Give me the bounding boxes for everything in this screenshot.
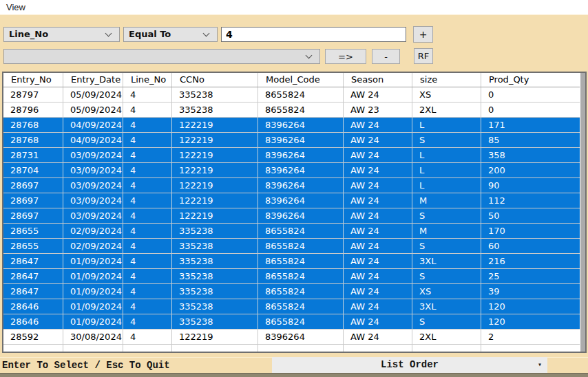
header-cell: Entry_Date [63,73,123,87]
table-cell: 8655824 [258,87,344,102]
empty-cell [344,345,412,352]
header-cell: Line_No [123,73,172,87]
table-cell: 28731 [3,148,63,162]
table-cell: 122219 [172,163,258,177]
table-cell: 8396264 [258,133,344,147]
grid-empty-area [3,345,580,352]
table-row[interactable]: 2859230/08/202441222198396264AW 242XL2 [3,330,580,345]
table-row[interactable]: 2869703/09/202441222198396264AW 24L90 [3,178,580,193]
filter-value-input[interactable] [221,27,406,42]
empty-cell [3,345,63,352]
table-row[interactable]: 2865502/09/202443352388655824AW 24M170 [3,224,580,239]
table-row[interactable]: 2864701/09/202443352388655824AW 24XS39 [3,284,580,299]
table-cell: 4 [123,254,172,268]
table-cell: 122219 [172,133,258,147]
grid-header: Entry_NoEntry_DateLine_NoCCNoModel_CodeS… [3,73,580,87]
field-combobox[interactable]: Line_No [3,27,120,42]
table-cell: 03/09/2024 [63,193,123,208]
table-cell: AW 24 [344,269,412,283]
table-cell: 335238 [172,299,258,314]
table-cell: AW 24 [344,133,412,147]
table-row[interactable]: 2864601/09/202443352388655824AW 243XL120 [3,299,580,314]
table-cell: S [412,314,481,329]
table-row[interactable]: 2865502/09/202443352388655824AW 24S60 [3,239,580,254]
table-row[interactable]: 2879605/09/202443352388655824AW 232XL0 [3,103,580,118]
table-cell: 28647 [3,254,63,268]
table-cell: 171 [481,118,580,132]
table-cell: 01/09/2024 [63,299,123,314]
table-cell: 122219 [172,118,258,132]
table-cell: 28697 [3,208,63,223]
list-order-value: List Order [381,359,439,370]
table-cell: 4 [123,269,172,283]
menu-bar: View [0,0,588,14]
table-cell: 28655 [3,224,63,238]
header-cell: size [412,73,481,87]
status-hint: Enter To Select / Esc To Quit [0,357,272,373]
table-cell: 8396264 [258,148,344,162]
add-filter-button[interactable]: + [413,26,433,43]
table-cell: 122219 [172,178,258,193]
table-cell: 3XL [412,299,481,314]
app-window: View Line_No Equal To + => - RF Entry_No… [0,0,588,377]
table-cell: AW 24 [344,208,412,223]
table-cell: 170 [481,224,580,238]
table-row[interactable]: 2873103/09/202441222198396264AW 24L358 [3,148,580,163]
table-cell: 02/09/2024 [63,239,123,253]
table-cell: 4 [123,208,172,223]
table-cell: 8655824 [258,269,344,283]
menu-item-view[interactable]: View [0,0,32,14]
apply-filter-button[interactable]: => [325,49,366,64]
table-cell: 4 [123,193,172,208]
table-cell: 50 [481,208,580,223]
operator-combobox[interactable]: Equal To [123,27,218,42]
table-cell: AW 24 [344,224,412,238]
table-cell: 03/09/2024 [63,163,123,177]
table-cell: 2 [481,330,580,344]
table-row[interactable]: 2879705/09/202443352388655824AW 24XS0 [3,87,580,103]
table-cell: 4 [123,224,172,238]
table-cell: 01/09/2024 [63,269,123,283]
table-cell: 01/09/2024 [63,314,123,329]
table-cell: 4 [123,148,172,162]
table-cell: 120 [481,314,580,329]
table-cell: 4 [123,87,172,102]
table-cell: 8396264 [258,208,344,223]
table-cell: 4 [123,299,172,314]
table-cell: 122219 [172,208,258,223]
table-row[interactable]: 2876804/09/202441222198396264AW 24S85 [3,133,580,148]
table-cell: 05/09/2024 [63,103,123,117]
table-cell: 3XL [412,254,481,268]
header-cell: Season [344,73,412,87]
table-row[interactable]: 2864701/09/202443352388655824AW 24S25 [3,269,580,284]
table-cell: 8655824 [258,299,344,314]
table-cell: 30/08/2024 [63,330,123,344]
table-cell: 335238 [172,239,258,253]
table-cell: 28592 [3,330,63,344]
table-row[interactable]: 2869703/09/202441222198396264AW 24M112 [3,193,580,208]
remove-filter-button[interactable]: - [372,49,400,64]
table-cell: 28655 [3,239,63,253]
list-order-combobox[interactable]: List Order ▾ [272,357,547,373]
table-cell: XS [412,284,481,299]
rf-button[interactable]: RF [414,48,433,64]
table-cell: 28647 [3,284,63,299]
vertical-scrollbar[interactable] [580,73,585,352]
table-cell: AW 24 [344,87,412,102]
empty-cell [63,345,123,352]
table-cell: 28697 [3,193,63,208]
table-cell: 4 [123,103,172,117]
table-row[interactable]: 2869703/09/202441222198396264AW 24S50 [3,208,580,224]
table-row[interactable]: 2864601/09/202443352388655824AW 24S120 [3,314,580,330]
empty-cell [258,345,344,352]
table-cell: 4 [123,239,172,253]
table-row[interactable]: 2870403/09/202441222198396264AW 24L200 [3,163,580,178]
table-row[interactable]: 2876804/09/202441222198396264AW 24L171 [3,118,580,133]
table-cell: 8396264 [258,118,344,132]
table-cell: 25 [481,269,580,283]
table-cell: 358 [481,148,580,162]
table-cell: AW 24 [344,239,412,253]
table-row[interactable]: 2864701/09/202443352388655824AW 243XL216 [3,254,580,269]
grid-inner: Entry_NoEntry_DateLine_NoCCNoModel_CodeS… [3,73,580,352]
saved-filter-combobox[interactable] [3,49,320,64]
